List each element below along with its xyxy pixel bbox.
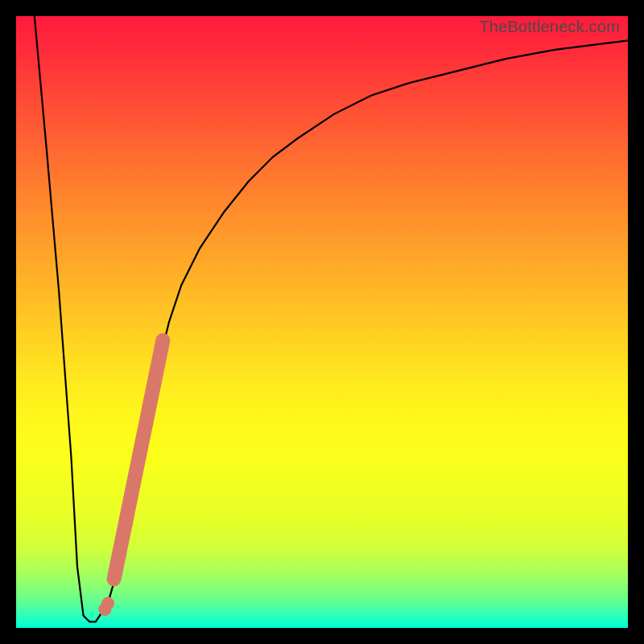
data-marker	[120, 518, 133, 530]
curve-layer	[16, 16, 628, 628]
chart-frame: TheBottleneck.com	[0, 0, 644, 644]
data-marker	[101, 597, 114, 610]
plot-area: TheBottleneck.com	[16, 16, 628, 628]
data-marker	[114, 548, 126, 561]
accent-segment	[114, 341, 163, 579]
